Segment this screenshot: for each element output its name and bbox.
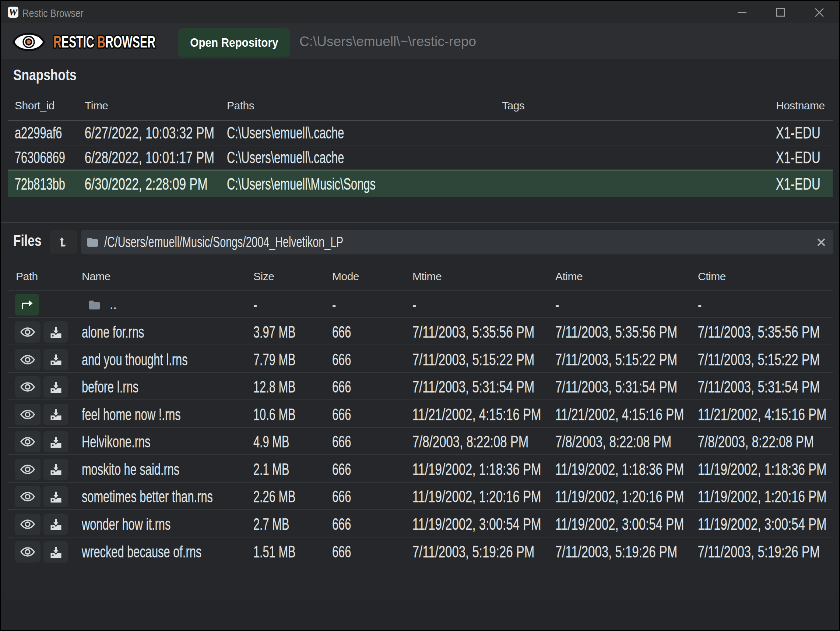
svg-text:RESTIC BROWSER: RESTIC BROWSER <box>54 33 155 51</box>
